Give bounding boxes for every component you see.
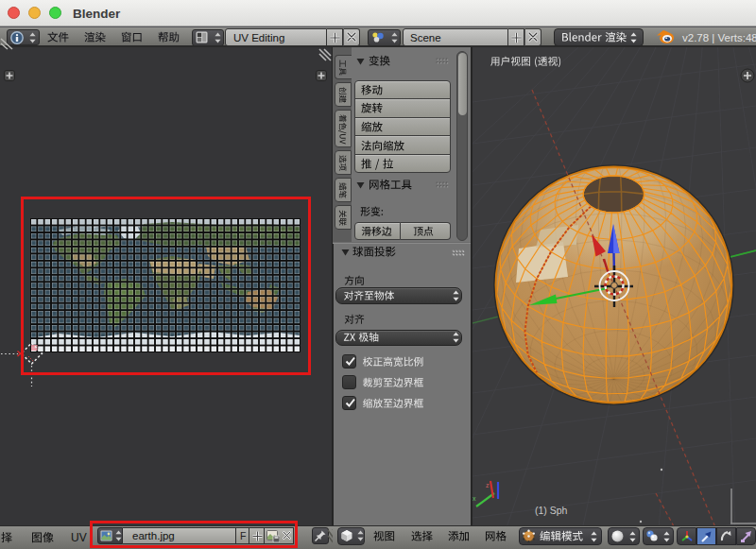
svg-text:z: z [486,482,490,489]
svg-text:x: x [472,495,476,502]
